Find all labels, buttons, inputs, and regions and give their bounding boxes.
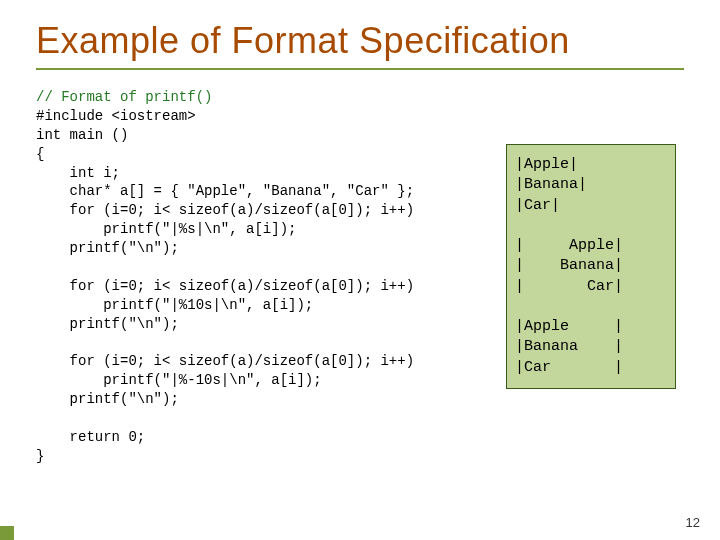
code-line: for (i=0; i< sizeof(a)/sizeof(a[0]); i++… — [36, 278, 414, 294]
page-number: 12 — [686, 515, 700, 530]
code-line: printf("|%s|\n", a[i]); — [36, 221, 296, 237]
code-line: printf("\n"); — [36, 316, 179, 332]
code-comment: // Format of printf() — [36, 89, 212, 105]
code-line: } — [36, 448, 44, 464]
code-line: #include <iostream> — [36, 108, 196, 124]
code-line: printf("|%-10s|\n", a[i]); — [36, 372, 322, 388]
code-listing: // Format of printf() #include <iostream… — [36, 88, 486, 466]
code-line: for (i=0; i< sizeof(a)/sizeof(a[0]); i++… — [36, 353, 414, 369]
corner-accent — [0, 526, 14, 540]
code-line: return 0; — [36, 429, 145, 445]
code-column: // Format of printf() #include <iostream… — [36, 88, 486, 466]
code-line: char* a[] = { "Apple", "Banana", "Car" }… — [36, 183, 414, 199]
code-line: printf("\n"); — [36, 240, 179, 256]
output-column: |Apple| |Banana| |Car| | Apple| | Banana… — [506, 88, 676, 466]
code-line: int i; — [36, 165, 120, 181]
page-title: Example of Format Specification — [36, 20, 684, 70]
slide: Example of Format Specification // Forma… — [0, 0, 720, 540]
code-line: for (i=0; i< sizeof(a)/sizeof(a[0]); i++… — [36, 202, 414, 218]
slide-body: // Format of printf() #include <iostream… — [36, 88, 684, 466]
code-line: int main () — [36, 127, 128, 143]
output-box: |Apple| |Banana| |Car| | Apple| | Banana… — [506, 144, 676, 389]
code-line: printf("\n"); — [36, 391, 179, 407]
code-line: { — [36, 146, 44, 162]
code-line: printf("|%10s|\n", a[i]); — [36, 297, 313, 313]
